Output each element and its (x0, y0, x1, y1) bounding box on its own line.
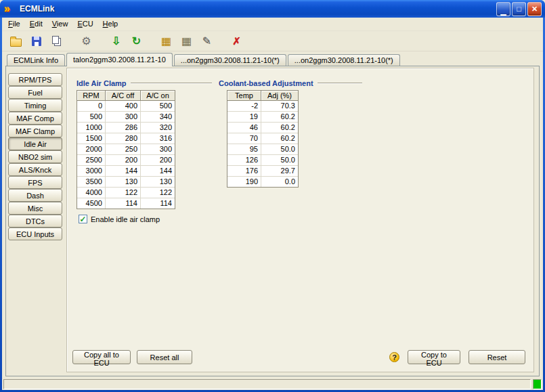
rpm-cell[interactable]: 3000 (77, 166, 106, 177)
table-import-button[interactable]: ▦ (178, 32, 195, 49)
adj-cell[interactable]: 50.0 (261, 155, 298, 166)
enable-idle-air-clamp-checkbox[interactable]: ✓ Enable idle air clamp (79, 215, 212, 223)
sidebar-item[interactable]: Fuel (8, 86, 62, 99)
tab[interactable]: talon2ggm30.2008.11.21-10 (66, 53, 173, 66)
adj-cell[interactable]: 29.7 (261, 166, 298, 177)
temp-cell[interactable]: 190 (227, 177, 261, 187)
tab[interactable]: ...on2ggm30.2008.11.21-10(*) (174, 54, 286, 66)
idle-air-clamp-table[interactable]: RPM A/C off A/C on 0 400 500 (77, 90, 175, 209)
sidebar-item[interactable]: FPS (8, 176, 62, 189)
rpm-cell[interactable]: 2000 (77, 144, 106, 155)
rpm-cell[interactable]: 1500 (77, 133, 106, 144)
ac-off-cell[interactable]: 250 (106, 144, 141, 155)
sidebar-item[interactable]: Dash (8, 189, 62, 202)
sidebar-item[interactable]: RPM/TPS (8, 73, 62, 86)
table-row: 4000 122 122 (77, 188, 175, 198)
coolant-adjustment-table[interactable]: Temp Adj (%) -2 70.3 19 60.2 (227, 90, 299, 188)
reset-all-button[interactable]: Reset all (137, 350, 192, 364)
ac-on-cell[interactable]: 200 (141, 155, 175, 166)
menu-item[interactable]: Help (98, 18, 123, 30)
adj-cell[interactable]: 60.2 (261, 133, 298, 144)
ac-on-cell[interactable]: 144 (141, 166, 175, 177)
reset-button[interactable]: Reset (468, 350, 525, 364)
ac-off-cell[interactable]: 200 (106, 155, 141, 166)
rpm-cell[interactable]: 1000 (77, 123, 106, 133)
idle-air-clamp-section: Idle Air Clamp RPM A/C off A/C on (77, 79, 212, 223)
table-row: 2500 200 200 (77, 155, 175, 166)
tab[interactable]: ECMLink Info (7, 54, 65, 66)
rpm-cell[interactable]: 4500 (77, 198, 106, 209)
adj-cell[interactable]: 60.2 (261, 112, 298, 123)
sidebar-item[interactable]: MAF Comp (8, 112, 62, 125)
ac-off-cell[interactable]: 130 (106, 177, 141, 188)
settings-button[interactable]: ⚙ (78, 32, 95, 49)
sidebar-item[interactable]: ALS/Knck (8, 163, 62, 176)
rpm-cell[interactable]: 4000 (77, 188, 106, 198)
copy-all-to-ecu-button[interactable]: Copy all to ECU (72, 350, 131, 364)
ac-off-cell[interactable]: 114 (106, 198, 141, 209)
copy-to-ecu-button[interactable]: Copy to ECU (408, 350, 460, 364)
ac-off-cell[interactable]: 122 (106, 188, 141, 198)
ac-on-cell[interactable]: 340 (141, 112, 175, 123)
table-header-row: RPM A/C off A/C on (77, 91, 175, 101)
menu-item[interactable]: Edit (25, 18, 47, 30)
ac-on-cell[interactable]: 500 (141, 101, 175, 112)
menu-item[interactable]: ECU (72, 18, 97, 30)
sidebar-item[interactable]: NBO2 sim (8, 150, 62, 163)
sidebar-item[interactable]: MAF Clamp (8, 125, 62, 137)
menu-item[interactable]: File (3, 18, 25, 30)
ac-off-cell[interactable]: 300 (106, 112, 141, 123)
ac-off-cell[interactable]: 144 (106, 166, 141, 177)
adj-cell[interactable]: 70.3 (261, 101, 298, 112)
table-export-button[interactable]: ▦ (158, 32, 175, 49)
adj-cell[interactable]: 60.2 (261, 123, 298, 133)
rpm-cell[interactable]: 500 (77, 112, 106, 123)
temp-cell[interactable]: 176 (227, 166, 261, 177)
temp-cell[interactable]: 70 (227, 133, 261, 144)
rpm-cell[interactable]: 2500 (77, 155, 106, 166)
ac-on-cell[interactable]: 316 (141, 133, 175, 144)
ac-off-cell[interactable]: 286 (106, 123, 141, 133)
close-button[interactable]: ✕ (527, 2, 542, 16)
sidebar-item[interactable]: DTCs (8, 215, 62, 227)
rpm-cell[interactable]: 0 (77, 101, 106, 112)
temp-cell[interactable]: 46 (227, 123, 261, 133)
disconnect-button[interactable]: ✗ (228, 32, 245, 49)
temp-cell[interactable]: -2 (227, 101, 261, 112)
log-download-button[interactable]: ⇩ (108, 32, 125, 49)
maximize-button[interactable]: □ (512, 2, 526, 16)
ac-off-column-header: A/C off (106, 91, 141, 101)
help-icon[interactable]: ? (389, 352, 399, 362)
temp-cell[interactable]: 126 (227, 155, 261, 166)
ac-on-cell[interactable]: 122 (141, 188, 175, 198)
adj-cell[interactable]: 50.0 (261, 144, 298, 155)
temp-cell[interactable]: 19 (227, 112, 261, 123)
tab[interactable]: ...on2ggm30.2008.11.21-10(*) (288, 54, 400, 66)
sidebar-item[interactable]: Idle Air (8, 137, 62, 150)
open-file-button[interactable] (7, 32, 24, 49)
ac-off-cell[interactable]: 280 (106, 133, 141, 144)
save-button[interactable] (28, 32, 45, 49)
ac-on-cell[interactable]: 320 (141, 123, 175, 133)
ac-off-cell[interactable]: 400 (106, 101, 141, 112)
temp-cell[interactable]: 95 (227, 144, 261, 155)
menu-item[interactable]: View (47, 18, 73, 30)
sidebar-item[interactable]: ECU Inputs (8, 227, 62, 240)
copy-file-button[interactable] (48, 32, 65, 49)
rpm-column-header: RPM (77, 91, 106, 101)
save-icon (32, 37, 41, 46)
sidebar: RPM/TPSFuelTimingMAF CompMAF ClampIdle A… (6, 66, 65, 376)
ac-on-cell[interactable]: 300 (141, 144, 175, 155)
checkbox-icon[interactable]: ✓ (79, 215, 87, 223)
adj-cell[interactable]: 0.0 (261, 177, 298, 187)
minimize-button[interactable]: ▁ (496, 2, 510, 16)
sidebar-item[interactable]: Misc (8, 202, 62, 215)
titlebar[interactable]: » ECMLink ▁ □ ✕ (0, 0, 545, 18)
ac-on-cell[interactable]: 114 (141, 198, 175, 209)
rpm-cell[interactable]: 3500 (77, 177, 106, 188)
edit-log-button[interactable]: ✎ (198, 32, 215, 49)
sidebar-item[interactable]: Timing (8, 99, 62, 112)
table-row: 500 300 340 (77, 112, 175, 123)
ac-on-cell[interactable]: 130 (141, 177, 175, 188)
refresh-button[interactable]: ↻ (128, 32, 145, 49)
